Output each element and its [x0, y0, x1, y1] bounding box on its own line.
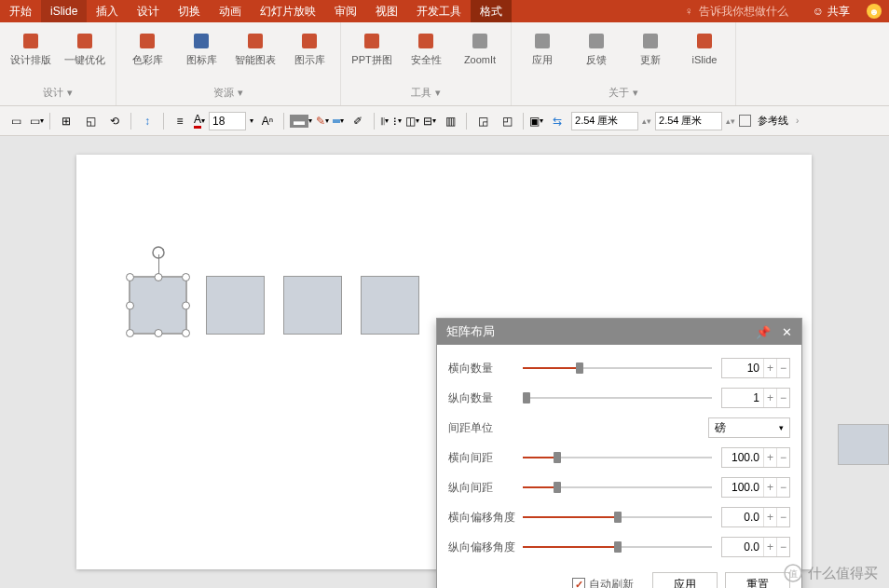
width-input[interactable] — [655, 112, 722, 130]
resize-handle-w[interactable] — [126, 301, 134, 309]
pin-icon[interactable]: 📌 — [756, 325, 771, 339]
shape-rect-3[interactable] — [283, 276, 342, 335]
value-input[interactable]: 0.0+− — [721, 537, 790, 557]
rotate-icon[interactable]: ⟲ — [104, 111, 125, 131]
close-icon[interactable]: ✕ — [782, 325, 792, 339]
tab-start[interactable]: 开始 — [0, 0, 41, 22]
flip-icon[interactable]: ⇆ — [547, 111, 568, 131]
ribbon-button-智能图表[interactable]: 智能图表 — [232, 30, 279, 65]
value-input[interactable]: 10+− — [721, 358, 790, 378]
apply-button[interactable]: 应用 — [652, 572, 718, 588]
step-up-icon[interactable]: + — [763, 389, 776, 407]
ribbon-button-图示库[interactable]: 图示库 — [286, 30, 333, 65]
step-down-icon[interactable]: − — [776, 508, 789, 526]
overflow-icon[interactable]: › — [796, 116, 799, 126]
slider[interactable] — [523, 450, 712, 465]
ribbon-button-一键优化[interactable]: 一键优化 — [62, 30, 108, 65]
shape-fill-dropdown[interactable]: ▬▾ — [290, 115, 312, 128]
resize-handle-se[interactable] — [182, 329, 190, 337]
step-down-icon[interactable]: − — [776, 478, 789, 497]
shape-fill2-dropdown[interactable]: ▾ — [333, 116, 344, 125]
rotate-handle[interactable] — [151, 245, 166, 263]
ribbon-button-反馈[interactable]: 反馈 — [573, 30, 620, 65]
vspacing-icon[interactable]: ↕ — [137, 111, 157, 131]
distribute-v-icon[interactable]: ⫶▾ — [392, 115, 402, 128]
step-up-icon[interactable]: + — [763, 538, 776, 556]
ribbon-button-图标库[interactable]: 图标库 — [178, 30, 225, 65]
font-color-dropdown[interactable]: A▾ — [194, 113, 205, 129]
crop-icon[interactable]: ▣▾ — [529, 115, 543, 128]
split-icon[interactable]: ⊟▾ — [423, 115, 436, 128]
tell-me-search[interactable]: ♀ 告诉我你想做什么 — [674, 4, 800, 20]
ribbon-button-PPT拼图[interactable]: PPT拼图 — [349, 30, 395, 65]
resize-handle-e[interactable] — [182, 301, 190, 309]
fontsize-input[interactable] — [209, 112, 246, 130]
step-down-icon[interactable]: − — [776, 538, 789, 556]
eyedropper-icon[interactable]: ✐ — [348, 111, 368, 131]
step-up-icon[interactable]: + — [763, 478, 776, 497]
value-input[interactable]: 0.0+− — [721, 507, 790, 527]
resize-handle-n[interactable] — [154, 273, 162, 281]
tab-view[interactable]: 视图 — [366, 0, 407, 22]
shape-outline-dropdown[interactable]: ✎▾ — [316, 115, 329, 128]
next-slide-thumb[interactable] — [838, 424, 889, 465]
distribute-h-icon[interactable]: ⫴▾ — [380, 115, 389, 128]
tab-animation[interactable]: 动画 — [210, 0, 251, 22]
tab-slideshow[interactable]: 幻灯片放映 — [251, 0, 325, 22]
step-down-icon[interactable]: − — [776, 359, 789, 377]
merge-icon[interactable]: ◫▾ — [405, 115, 419, 128]
slider[interactable] — [523, 510, 712, 525]
smiley-icon[interactable]: ☻ — [867, 4, 882, 19]
tab-insert[interactable]: 插入 — [87, 0, 128, 22]
group-icon[interactable]: ◱ — [80, 111, 101, 131]
resize-handle-s[interactable] — [154, 329, 162, 337]
layout-dropdown[interactable]: ▭▾ — [30, 115, 44, 128]
resize-handle-sw[interactable] — [126, 329, 134, 337]
tab-transition[interactable]: 切换 — [169, 0, 210, 22]
clear-format-icon[interactable]: Aⁿ — [257, 111, 278, 131]
value-input[interactable]: 100.0+− — [721, 477, 790, 498]
auto-refresh-checkbox[interactable]: ✓自动刷新 — [572, 577, 634, 589]
share-button[interactable]: ☺ 共享 — [800, 4, 863, 20]
ribbon-button-安全性[interactable]: 安全性 — [403, 30, 449, 65]
tab-devtools[interactable]: 开发工具 — [407, 0, 471, 22]
shape-rect-2[interactable] — [206, 276, 265, 335]
value-input[interactable]: 100.0+− — [721, 447, 790, 468]
tab-format[interactable]: 格式 — [471, 0, 512, 22]
slider[interactable] — [523, 361, 712, 376]
slider[interactable] — [523, 540, 712, 554]
align-tool-icon[interactable]: ▭ — [6, 111, 26, 131]
ribbon-button-设计排版[interactable]: 设计排版 — [7, 30, 54, 65]
resize-handle-nw[interactable] — [126, 273, 134, 281]
resize-handle-ne[interactable] — [182, 273, 190, 281]
height-input[interactable] — [571, 112, 638, 130]
reset-button[interactable]: 重置 — [725, 572, 790, 588]
step-up-icon[interactable]: + — [763, 359, 776, 377]
step-down-icon[interactable]: − — [776, 389, 789, 407]
unit-select[interactable]: 磅▾ — [708, 417, 790, 438]
step-up-icon[interactable]: + — [763, 508, 776, 526]
slider[interactable] — [523, 390, 712, 405]
tab-islide[interactable]: iSlide — [41, 0, 87, 22]
shape-rect-4[interactable] — [361, 276, 419, 335]
tab-design[interactable]: 设计 — [128, 0, 169, 22]
bring-forward-icon[interactable]: ◲ — [472, 111, 493, 131]
selection-pane-icon[interactable]: ▥ — [440, 111, 460, 131]
slider[interactable] — [523, 480, 712, 495]
align-left-icon[interactable]: ≡ — [170, 111, 190, 131]
ribbon-button-ZoomIt[interactable]: ZoomIt — [457, 30, 503, 65]
guides-checkbox[interactable] — [739, 115, 751, 127]
bulb-icon: ♀ — [685, 5, 693, 18]
ribbon-button-应用[interactable]: 应用 — [519, 30, 566, 65]
ribbon-button-iSlide[interactable]: iSlide — [681, 30, 728, 65]
shape-rect-1[interactable] — [129, 276, 187, 335]
tab-review[interactable]: 审阅 — [325, 0, 366, 22]
value-input[interactable]: 1+− — [721, 388, 790, 408]
dialog-titlebar[interactable]: 矩阵布局 📌 ✕ — [437, 319, 801, 345]
step-down-icon[interactable]: − — [776, 448, 789, 467]
send-backward-icon[interactable]: ◰ — [497, 111, 517, 131]
arrange-icon[interactable]: ⊞ — [56, 111, 76, 131]
ribbon-button-色彩库[interactable]: 色彩库 — [124, 30, 171, 65]
ribbon-button-更新[interactable]: 更新 — [627, 30, 674, 65]
step-up-icon[interactable]: + — [763, 448, 776, 467]
